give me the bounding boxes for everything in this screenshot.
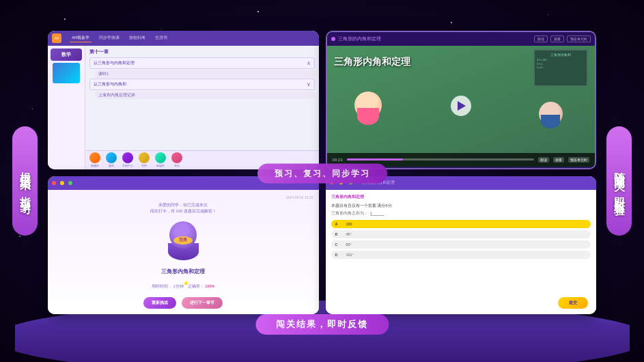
screen2-blackboard: 三角形内角和 3.5=1302.5.11+4=... (533, 49, 588, 87)
screen1-footer-books[interactable]: 书库 (139, 152, 150, 167)
screen3-buttons: 重新挑战 进行下一章节 (143, 297, 223, 309)
screen4-answers: A 180 B 45° C 60° D 101° (331, 220, 591, 259)
screen4-answer-d[interactable]: D 101° (331, 251, 591, 259)
screen1-footer-ai-icon (155, 152, 166, 163)
screen1-nav-tab-exam[interactable]: 按校到考 (127, 34, 148, 42)
screen1-footer-exam-label: 考试 (174, 164, 180, 167)
screen4-header: 三角形内角和定理 (326, 176, 597, 190)
screen1-subject-name: 数学 (53, 51, 79, 58)
screen4-answer-a-text: 180 (346, 222, 352, 226)
left-label-tab: 根据结果，指引学习 (12, 126, 38, 236)
screen4-answer-c-text: 60° (346, 242, 352, 247)
screen2-speed-btn[interactable]: 跟读 (538, 157, 549, 163)
screen4-dot-red (330, 181, 333, 184)
screen2-btn-preview[interactable]: 预告单元时 (567, 36, 591, 42)
screen3-next-button[interactable]: 进行下一章节 (182, 297, 223, 309)
screen3-dot-green (68, 181, 72, 185)
screen4-answer-d-text: 101° (346, 253, 354, 257)
screen4-fill-blank[interactable]: 1 (370, 211, 384, 216)
screen1-lesson-2-text: 认三角形与内角和 (94, 81, 126, 87)
bottom-center-tab: 闯关结果，即时反馈 (255, 314, 389, 335)
screen4-question: 本题目有且仅有一个答案 满分8分 (331, 203, 591, 209)
screen3-retry-button[interactable]: 重新挑战 (143, 297, 176, 309)
screen2-bb-formula: 3.5=1302.5.11+4=... (537, 58, 585, 70)
screen1-nav-tab-career[interactable]: 生涯书 (153, 34, 169, 42)
screen1-footer-questions[interactable]: 题库 (106, 152, 117, 167)
screen3-quiz-title: 三角形内角和定理 (161, 268, 205, 275)
screen3-mascot-head: 完美 (169, 221, 197, 249)
screen3-header (48, 176, 319, 190)
screen1-lesson-1[interactable]: 认三角形与内角和定理 ∧ (89, 57, 315, 69)
screen3-desc-line2: 闯关打卡，对 100 道题目完成解答！ (150, 209, 216, 213)
screen1-subject-card[interactable]: 数学 (51, 48, 82, 61)
screen2-play-button[interactable] (451, 96, 471, 116)
screen3-accuracy-value: 100% (205, 284, 214, 288)
screen4-answer-b-text: 45° (346, 232, 352, 236)
bottom-center-label: 闯关结果，即时反馈 (255, 314, 389, 335)
screen1-nav-tab-sync[interactable]: 同步学旅课 (97, 34, 122, 42)
screen-video[interactable]: 三角形的内角和定理 跟读 观看 预告单元时 三角形内角和 3.5=1302.5.… (326, 31, 597, 169)
screen4-answer-a[interactable]: A 180 (331, 220, 591, 228)
screen-multiple-choice[interactable]: 三角形内角和定理 三角形内角和定理 本题目有且仅有一个答案 满分8分 三角形内角… (326, 176, 597, 315)
screen1-footer-ai[interactable]: AI题库 (155, 152, 166, 167)
screen3-time-label: 用时时间： (152, 284, 172, 288)
screen4-answer-b[interactable]: B 45° (331, 230, 591, 238)
bottom-center-text: 闯关结果，即时反馈 (276, 319, 368, 329)
screen1-footer-questions-label: 题库 (109, 164, 114, 167)
screen2-preview-btn[interactable]: 预告单元时 (568, 157, 589, 163)
screen4-dot-yellow (339, 181, 343, 184)
screen2-time-display: 00:23 (333, 158, 343, 162)
screen3-time-value: 1分钟 (173, 284, 184, 288)
screen3-dot-yellow (60, 181, 64, 185)
screen1-footer-books-label: 书库 (141, 164, 147, 167)
screen4-answer-c-label: C (335, 242, 342, 247)
screen1-footer-learning-icon (122, 152, 133, 163)
screen1-sub-item-2[interactable]: 上海市内角定理记录 (95, 92, 315, 99)
screen2-progress-bar[interactable] (347, 158, 534, 161)
left-label-text: 根据结果，指引学习 (18, 163, 32, 199)
screen4-body: 三角形内角和定理 本题目有且仅有一个答案 满分8分 三角形内角之和为： 1 A … (326, 190, 597, 315)
screen2-char-boy-body (541, 115, 560, 128)
screen1-footer-video[interactable]: 视频库 (89, 152, 100, 167)
screen-ar-learning[interactable]: AR AR视备学 同步学旅课 按校到考 生涯书 数学 第十一章 认三角形与内角和… (48, 31, 319, 169)
screen1-sub-item-1[interactable]: 课时1 (95, 70, 315, 78)
screen2-btn-watch[interactable]: 观看 (550, 36, 564, 42)
screen1-nav-tab-ar[interactable]: AR视备学 (70, 34, 92, 42)
screen1-footer-learning[interactable]: 学期中心 (122, 152, 133, 167)
screen4-question-text: 三角形内角之和为： (331, 211, 368, 215)
screen4-answer-c[interactable]: C 60° (331, 240, 591, 249)
screen1-logo-icon: AR (52, 33, 61, 43)
screen4-header-title: 三角形内角和定理 (362, 180, 395, 186)
screen3-mascot-area: 完美 (166, 221, 200, 262)
right-label: 随堂闯关，即时检验 (606, 126, 632, 236)
screen4-submit-button[interactable]: 提交 (558, 297, 588, 309)
screen3-dot-red (52, 181, 56, 185)
screen1-footer-ai-label: AI题库 (156, 164, 165, 167)
screen4-answer-d-label: D (335, 253, 342, 257)
screen1-lesson-2[interactable]: 认三角形与内角和 ∨ (89, 79, 315, 90)
screen2-title-dot (331, 37, 335, 41)
screen2-header: 三角形的内角和定理 跟读 观看 预告单元时 (327, 32, 596, 46)
right-label-text: 随堂闯关，即时检验 (612, 163, 626, 199)
screen1-lesson-1-expand[interactable]: ∧ (307, 60, 311, 66)
screen1-header: AR AR视备学 同步学旅课 按校到考 生涯书 (48, 31, 319, 46)
screen2-big-title: 三角形内角和定理 (334, 56, 410, 68)
screen1-chapter-title: 第十一章 (89, 48, 315, 55)
screen-quiz-results[interactable]: 2024-08-01 10:22 亲爱的同学，你已完成本次 闯关打卡，对 100… (48, 176, 319, 315)
screen1-nav-tabs: AR视备学 同步学旅课 按校到考 生涯书 (70, 34, 169, 42)
screen3-accuracy-label: 正确率： (188, 284, 204, 288)
screen2-progress-fill (347, 158, 403, 161)
screen3-date: 2024-08-01 10:22 (286, 195, 313, 199)
screen1-footer-video-label: 视频库 (91, 164, 99, 167)
screen1-logo: AR (52, 33, 61, 43)
screen1-footer-books-icon (139, 152, 150, 163)
screen1-lesson-2-expand[interactable]: ∨ (307, 81, 311, 87)
screen2-btn-follow[interactable]: 跟读 (534, 36, 548, 42)
screen3-body: 2024-08-01 10:22 亲爱的同学，你已完成本次 闯关打卡，对 100… (48, 190, 319, 315)
screen1-footer-exam[interactable]: 考试 (171, 152, 182, 167)
screen3-desc: 亲爱的同学，你已完成本次 闯关打卡，对 100 道题目完成解答！ (150, 202, 216, 214)
screen1-footer-learning-label: 学期中心 (122, 164, 133, 167)
screen1-subject-image (53, 63, 80, 83)
screen2-watch-btn[interactable]: 观看 (553, 157, 564, 163)
screens-grid: AR AR视备学 同步学旅课 按校到考 生涯书 数学 第十一章 认三角形与内角和… (48, 31, 596, 314)
